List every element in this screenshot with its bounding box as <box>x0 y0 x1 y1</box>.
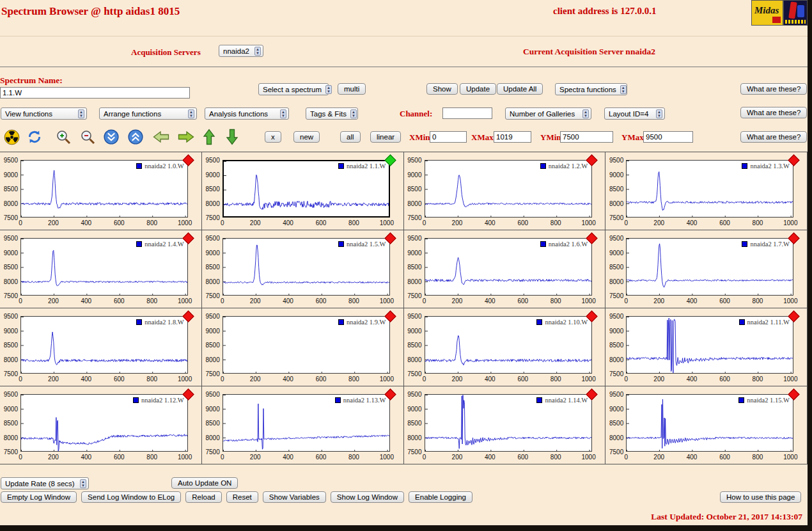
stepper-icon: ▲▼ <box>350 109 357 118</box>
spectrum-panel-6[interactable]: 9500900085008000750002004006008001000nna… <box>404 230 606 308</box>
legend-label: nnaida2 1.7.W <box>750 241 790 248</box>
refresh-icon[interactable] <box>27 129 42 147</box>
arrow-right-icon[interactable] <box>177 130 195 147</box>
footer-button-6[interactable]: Enable Logging <box>409 491 472 503</box>
y-tick-label: 9500 <box>0 391 18 398</box>
spectrum-panel-7[interactable]: 9500900085008000750002004006008001000nna… <box>605 230 808 308</box>
x-tick-label: 600 <box>316 219 327 226</box>
arrow-up-icon[interactable] <box>202 128 216 148</box>
update-all-button[interactable]: Update All <box>497 83 543 95</box>
arrow-left-icon[interactable] <box>152 130 170 147</box>
scroll-up-icon[interactable] <box>128 129 143 147</box>
what-are-these-button-1[interactable]: What are these? <box>740 83 807 95</box>
xmax-input[interactable] <box>494 131 531 143</box>
show-button[interactable]: Show <box>426 83 458 95</box>
spectrum-panel-15[interactable]: 9500900085008000750002004006008001000nna… <box>605 386 808 464</box>
footer-button-3[interactable]: Reset <box>226 491 258 503</box>
footer-button-1[interactable]: Send Log Window to ELog <box>81 491 181 503</box>
legend-label: nnaida2 1.11.W <box>747 319 790 326</box>
footer-button-5[interactable]: Show Log Window <box>331 491 404 503</box>
acquisition-server-select[interactable]: nnaida2 ▲▼ <box>219 45 263 57</box>
xmin-input[interactable] <box>430 131 467 143</box>
spectrum-panel-3[interactable]: 9500900085008000750002004006008001000nna… <box>605 152 808 230</box>
y-tick-label: 7500 <box>0 292 18 299</box>
spectrum-panel-10[interactable]: 9500900085008000750002004006008001000nna… <box>404 308 606 386</box>
x-tick-label: 800 <box>348 297 359 305</box>
footer-button-2[interactable]: Reload <box>185 491 221 503</box>
x-tick-label: 200 <box>653 219 664 226</box>
spectrum-panel-13[interactable]: 9500900085008000750002004006008001000nna… <box>202 386 404 464</box>
what-are-these-button-2[interactable]: What are these? <box>740 107 807 118</box>
analysis-functions-value: Analysis functions <box>209 110 268 118</box>
spectrum-panel-11[interactable]: 9500900085008000750002004006008001000nna… <box>605 308 808 386</box>
spectra-functions-select[interactable]: Spectra functions ▲▼ <box>555 83 627 95</box>
y-tick-label: 8500 <box>0 342 18 349</box>
y-tick-label: 9500 <box>404 235 422 242</box>
x-tick-label: 200 <box>48 454 59 461</box>
x-tick-label: 600 <box>114 454 125 461</box>
spectrum-panel-14[interactable]: 9500900085008000750002004006008001000nna… <box>404 386 606 464</box>
layout-id-select[interactable]: Layout ID=4 ▲▼ <box>604 107 665 120</box>
spectrum-panel-2[interactable]: 9500900085008000750002004006008001000nna… <box>404 152 606 230</box>
multi-button[interactable]: multi <box>338 83 366 95</box>
y-tick-label: 8500 <box>404 264 422 271</box>
legend: nnaida2 1.12.W <box>133 397 184 404</box>
what-are-these-button-3[interactable]: What are these? <box>740 131 807 143</box>
new-button[interactable]: new <box>293 131 320 143</box>
arrange-functions-select[interactable]: Arrange functions ▲▼ <box>99 107 197 120</box>
x-tick-label: 1000 <box>178 219 192 226</box>
zoom-out-icon[interactable] <box>79 129 96 148</box>
scroll-down-icon[interactable] <box>104 129 119 147</box>
x-tick-label: 600 <box>316 297 327 305</box>
y-tick-label: 9500 <box>404 157 422 164</box>
y-tick-label: 9000 <box>0 171 18 178</box>
y-tick-label: 7500 <box>202 448 220 456</box>
x-tick-label: 200 <box>48 297 59 305</box>
footer-button-4[interactable]: Show Variables <box>263 491 326 503</box>
legend-label: nnaida2 1.14.W <box>545 397 588 404</box>
spectrum-panel-5[interactable]: 9500900085008000750002004006008001000nna… <box>202 230 404 308</box>
x-tick-label: 400 <box>283 376 293 383</box>
number-of-galleries-select[interactable]: Number of Galleries ▲▼ <box>505 107 591 120</box>
y-tick-label: 8000 <box>0 356 18 363</box>
x-tick-label: 600 <box>719 454 730 461</box>
y-tick-label: 9500 <box>404 313 422 320</box>
footer-button-0[interactable]: Empty Log Window <box>1 491 77 503</box>
spectrum-panel-8[interactable]: 9500900085008000750002004006008001000nna… <box>0 308 202 386</box>
channel-input[interactable] <box>442 107 492 119</box>
arrow-down-icon[interactable] <box>225 128 239 148</box>
y-tick-label: 8500 <box>202 420 220 427</box>
y-tick-label: 7500 <box>404 370 422 377</box>
zoom-in-icon[interactable] <box>55 129 72 148</box>
spectrum-panel-0[interactable]: 9500900085008000750002004006008001000nna… <box>0 152 202 230</box>
legend-marker <box>536 397 542 403</box>
spectrum-panel-12[interactable]: 9500900085008000750002004006008001000nna… <box>0 386 202 464</box>
linear-button[interactable]: linear <box>370 131 401 143</box>
update-rate-select[interactable]: Update Rate (8 secs) ▲▼ <box>1 477 89 489</box>
legend-marker <box>136 163 142 169</box>
all-button[interactable]: all <box>340 131 361 143</box>
ymin-input[interactable] <box>560 131 613 143</box>
y-tick-label: 9000 <box>202 406 220 413</box>
how-to-use-button[interactable]: How to use this page <box>720 491 801 503</box>
x-button[interactable]: x <box>265 131 281 143</box>
stepper-icon: ▲▼ <box>620 85 627 94</box>
analysis-functions-select[interactable]: Analysis functions ▲▼ <box>205 107 289 120</box>
x-tick-label: 0 <box>221 454 224 461</box>
legend-marker <box>136 241 142 247</box>
x-tick-label: 1000 <box>783 297 797 305</box>
header-bar: Spectrum Browser @ http aidas1 8015 clie… <box>0 0 808 36</box>
update-button[interactable]: Update <box>460 83 496 95</box>
view-functions-select[interactable]: View functions ▲▼ <box>1 107 87 120</box>
spectrum-panel-4[interactable]: 9500900085008000750002004006008001000nna… <box>0 230 202 308</box>
select-spectrum-select[interactable]: Select a spectrum ▲▼ <box>258 83 329 95</box>
tags-fits-select[interactable]: Tags & Fits ▲▼ <box>306 107 358 120</box>
y-tick-label: 9500 <box>0 157 18 164</box>
spectrum-panel-9[interactable]: 9500900085008000750002004006008001000nna… <box>202 308 404 386</box>
spectrum-panel-1[interactable]: 9500900085008000750002004006008001000nna… <box>202 152 404 230</box>
ymax-input[interactable] <box>643 131 693 143</box>
spectrum-name-input[interactable] <box>0 87 190 99</box>
legend: nnaida2 1.14.W <box>536 397 588 404</box>
radiation-icon[interactable] <box>4 129 20 148</box>
auto-update-button[interactable]: Auto Update ON <box>171 477 238 489</box>
